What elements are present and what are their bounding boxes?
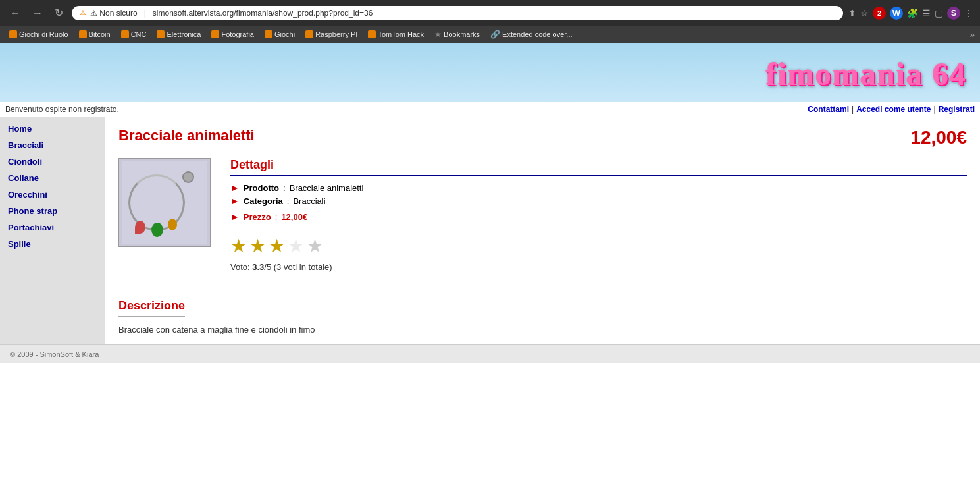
bookmark-star-icon[interactable]: ☆ [860, 8, 869, 18]
bookmark-label: TomTom Hack [378, 30, 424, 38]
extension-puzzle-icon[interactable]: 🧩 [907, 8, 918, 18]
back-button[interactable]: ← [7, 6, 24, 20]
vote-text: Voto: 3.3/5 (3 voti in totale) [230, 262, 967, 272]
star-4[interactable]: ★ [288, 235, 304, 257]
product-image-section [118, 158, 211, 282]
star-1[interactable]: ★ [230, 235, 247, 257]
category-label-sep: : [287, 196, 290, 206]
vote-value: 3.3 [252, 262, 264, 272]
chrome-menu-icon[interactable]: ⋮ [964, 8, 973, 18]
bookmark-folder-icon [157, 30, 165, 38]
bookmark-giochi-di-ruolo[interactable]: Giochi di Ruolo [5, 29, 72, 40]
product-value: Bracciale animaletti [290, 183, 364, 193]
bullet-product: ► [230, 182, 240, 193]
sidebar-item-spille[interactable]: Spille [0, 236, 105, 252]
welcome-bar: Benvenuto ospite non registrato. Contatt… [0, 102, 980, 117]
star-3[interactable]: ★ [269, 235, 285, 257]
url-text: simonsoft.altervista.org/fimomania/show_… [153, 9, 373, 18]
bookmark-bitcoin[interactable]: Bitcoin [75, 29, 115, 40]
product-image [118, 158, 211, 247]
stars-divider [230, 282, 967, 282]
window-toggle-icon[interactable]: ▢ [935, 8, 943, 18]
security-warning-text: ⚠ Non sicuro [90, 9, 138, 18]
product-body: Dettagli ► Prodotto : Bracciale animalet… [118, 158, 967, 282]
bookmark-label: CNC [131, 30, 147, 38]
bookmark-label: Giochi [274, 30, 295, 38]
bookmark-folder-icon [9, 30, 17, 38]
sidebar-item-portachiavi[interactable]: Portachiavi [0, 219, 105, 236]
bookmarks-more-icon[interactable]: » [970, 30, 975, 40]
product-header: Bracciale animaletti 12,00€ [118, 127, 967, 148]
sidebar-item-home[interactable]: Home [0, 120, 105, 137]
site-logo: fimomania 64 [766, 56, 967, 92]
detail-price: ► Prezzo : 12,00€ [230, 211, 967, 222]
security-warning-icon: ⚠ [80, 9, 86, 17]
description-section: Descrizione Bracciale con catena a magli… [118, 299, 967, 334]
bookmark-label: Bitcoin [89, 30, 111, 38]
details-heading: Dettagli [230, 158, 967, 176]
bookmark-label: Elettronica [167, 30, 201, 38]
extension-icon-red[interactable]: 2 [873, 7, 886, 20]
bookmark-bookmarks[interactable]: ★ Bookmarks [430, 28, 484, 40]
bookmark-extended-code[interactable]: 🔗 Extended code over... [486, 28, 576, 40]
description-heading: Descrizione [118, 299, 185, 317]
bullet-category: ► [230, 196, 240, 206]
share-icon[interactable]: ⬆ [848, 8, 856, 18]
description-text: Bracciale con catena a maglia fine e cio… [118, 325, 967, 334]
charm-green [151, 223, 163, 237]
bookmark-folder-icon [368, 30, 376, 38]
login-link[interactable]: Accedi come utente [856, 105, 931, 114]
sidebar: Home Bracciali Ciondoli Collane Orecchin… [0, 117, 105, 344]
extension-menu-icon[interactable]: ☰ [922, 8, 931, 18]
bookmark-link-icon: 🔗 [490, 30, 500, 39]
product-label-sep: : [283, 183, 286, 193]
browser-actions: ⬆ ☆ 2 W 🧩 ☰ ▢ S ⋮ [848, 7, 973, 20]
bookmark-cnc[interactable]: CNC [117, 29, 151, 40]
bracelet-illustration [122, 161, 207, 244]
bookmark-label: Raspberry PI [315, 30, 357, 38]
contact-link[interactable]: Contattami [808, 105, 849, 114]
price-label: Prezzo [244, 212, 271, 222]
price-detail-value: 12,00€ [281, 212, 307, 222]
bookmark-label: Giochi di Ruolo [19, 30, 68, 38]
bookmark-label: Extended code over... [502, 30, 572, 38]
bullet-price: ► [230, 211, 240, 222]
bookmark-folder-icon [305, 30, 313, 38]
welcome-links: Contattami | Accedi come utente | Regist… [808, 105, 975, 114]
sidebar-item-ciondoli[interactable]: Ciondoli [0, 153, 105, 170]
bookmark-tomtom-hack[interactable]: TomTom Hack [364, 29, 428, 40]
reload-button[interactable]: ↻ [51, 5, 66, 20]
sidebar-item-collane[interactable]: Collane [0, 170, 105, 186]
register-link[interactable]: Registrati [939, 105, 975, 114]
product-title: Bracciale animaletti [118, 127, 255, 144]
bookmark-raspberry-pi[interactable]: Raspberry PI [301, 29, 361, 40]
stars-section: ★ ★ ★ ★ ★ Voto: 3.3/5 (3 voti in totale) [230, 235, 967, 282]
bookmark-giochi[interactable]: Giochi [261, 29, 299, 40]
bookmark-label: Fotografia [221, 30, 254, 38]
sidebar-item-phone-strap[interactable]: Phone strap [0, 203, 105, 219]
extension-icon-blue[interactable]: W [890, 7, 903, 20]
content-area: Bracciale animaletti 12,00€ Dettagli [105, 117, 980, 344]
product-label: Prodotto [244, 183, 279, 193]
forward-button[interactable]: → [29, 6, 46, 20]
profile-avatar[interactable]: S [947, 7, 960, 20]
address-bar[interactable]: ⚠ ⚠ Non sicuro | simonsoft.altervista.or… [72, 6, 843, 20]
bookmark-fotografia[interactable]: Fotografia [207, 29, 258, 40]
details-section: Dettagli ► Prodotto : Bracciale animalet… [230, 158, 967, 282]
sidebar-item-bracciali[interactable]: Bracciali [0, 137, 105, 153]
bookmark-star-icon: ★ [434, 30, 442, 39]
bookmark-folder-icon [265, 30, 272, 38]
bookmark-folder-icon [211, 30, 219, 38]
star-5[interactable]: ★ [307, 235, 323, 257]
charm-red [135, 221, 145, 234]
sidebar-item-orecchini[interactable]: Orecchini [0, 186, 105, 203]
category-value: Bracciali [293, 196, 325, 206]
bracelet-clasp [182, 171, 194, 183]
bookmark-folder-icon [79, 30, 87, 38]
separator2: | [934, 105, 936, 114]
star-2[interactable]: ★ [249, 235, 266, 257]
product-price: 12,00€ [910, 127, 967, 148]
bookmark-elettronica[interactable]: Elettronica [153, 29, 205, 40]
bookmark-folder-icon [121, 30, 129, 38]
charm-orange [168, 219, 177, 230]
